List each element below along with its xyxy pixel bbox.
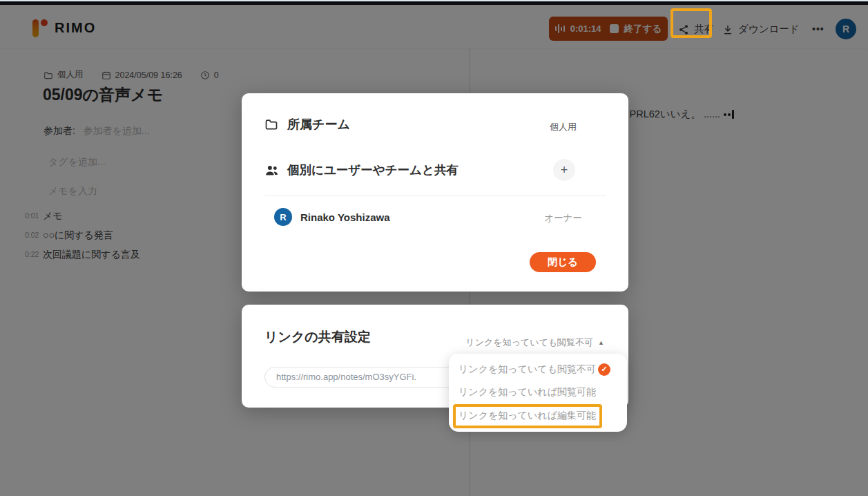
permission-dropdown-trigger[interactable]: リンクを知っていても閲覧不可 ▲	[465, 336, 604, 349]
people-icon	[264, 163, 279, 178]
member-name: Rinako Yoshizawa	[300, 211, 390, 223]
individual-share-label: 個別にユーザーやチームと共有	[287, 162, 459, 178]
member-avatar: R	[274, 208, 292, 226]
share-modal: 所属チーム 個人用 個別にユーザーやチームと共有 + R Rinako Yosh…	[242, 93, 628, 292]
permission-option-view[interactable]: リンクを知っていれば閲覧可能	[449, 381, 627, 404]
permission-option-no-view[interactable]: リンクを知っていても閲覧不可 ✓	[449, 358, 627, 381]
permission-selected-value: リンクを知っていても閲覧不可	[465, 336, 593, 349]
folder-icon	[264, 117, 278, 131]
member-role[interactable]: オーナー	[544, 212, 582, 225]
permission-option-edit[interactable]: リンクを知っていれば編集可能	[449, 405, 627, 428]
team-value[interactable]: 個人用	[550, 121, 577, 133]
app-window: RIMO 0:01:14 終了する 共有 ダウンロード ••• R	[0, 0, 868, 496]
plus-icon: +	[561, 163, 568, 178]
permission-dropdown-menu: リンクを知っていても閲覧不可 ✓ リンクを知っていれば閲覧可能 リンクを知ってい…	[449, 354, 627, 432]
team-section-label: 所属チーム	[287, 116, 350, 133]
window-top-edge	[0, 1, 868, 5]
individual-share-section: 個別にユーザーやチームと共有	[264, 162, 459, 178]
close-button[interactable]: 閉じる	[530, 252, 596, 272]
link-settings-title: リンクの共有設定	[264, 328, 371, 346]
add-user-button[interactable]: +	[553, 159, 575, 181]
modal-divider	[264, 195, 606, 196]
selected-check-icon: ✓	[598, 363, 610, 376]
team-section: 所属チーム	[264, 116, 350, 133]
chevron-up-icon: ▲	[598, 339, 604, 346]
